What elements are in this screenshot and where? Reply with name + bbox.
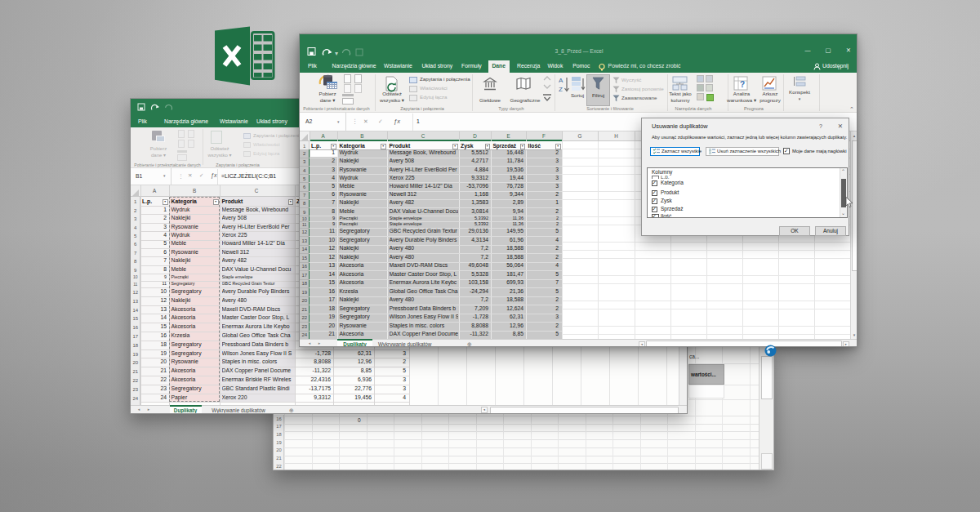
svg-text:▾: ▾ — [335, 50, 338, 57]
svg-text:A: A — [559, 77, 564, 84]
svg-text:?: ? — [740, 80, 745, 89]
